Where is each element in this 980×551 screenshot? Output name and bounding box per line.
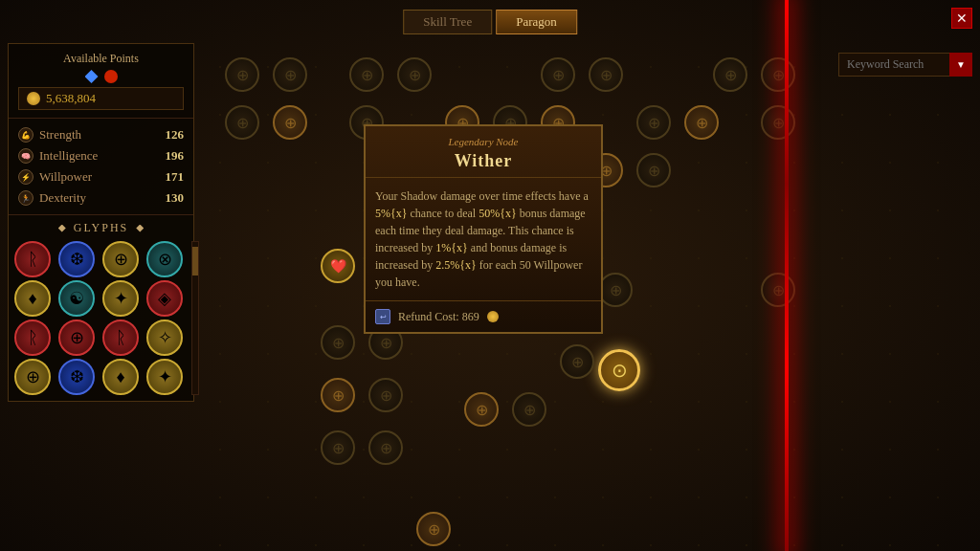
glyph-item[interactable]: ⊕ (58, 320, 95, 356)
paragon-node[interactable]: ⊕ (464, 392, 499, 427)
stat-label: Intelligence (39, 148, 98, 164)
paragon-node[interactable]: ⊕ (321, 378, 355, 412)
refund-gold-icon (487, 311, 499, 322)
tab-paragon[interactable]: Paragon (496, 10, 577, 34)
points-icons (18, 70, 184, 83)
tooltip-footer: ↩ Refund Cost: 869 (366, 300, 601, 332)
paragon-node[interactable]: ⊕ (598, 273, 633, 307)
paragon-node[interactable]: ⊕ (761, 105, 795, 140)
glyph-item[interactable]: ❆ (58, 241, 95, 277)
paragon-node[interactable]: ⊕ (273, 105, 307, 140)
paragon-node[interactable]: ⊕ (636, 153, 671, 187)
paragon-node[interactable]: ⊕ (321, 430, 355, 465)
stat-name: 💪 Strength (18, 127, 81, 143)
gold-value-row: 5,638,804 (18, 87, 184, 110)
glyphs-header: GLYPHS (14, 221, 188, 235)
blue-diamond-icon (85, 70, 99, 83)
glyphs-section: GLYPHS ᚱ❆⊕⊗♦☯✦◈ᚱ⊕ᚱ✧⊕❆♦✦ (9, 215, 193, 401)
paragon-node[interactable]: ⊕ (349, 57, 384, 92)
stat-value: 126 (166, 127, 185, 143)
stat-label: Willpower (39, 169, 92, 185)
glyphs-grid: ᚱ❆⊕⊗♦☯✦◈ᚱ⊕ᚱ✧⊕❆♦✦ (14, 241, 188, 395)
red-circle-icon (104, 70, 118, 83)
stat-name: 🧠 Intelligence (18, 148, 98, 164)
paragon-node[interactable]: ⊕ (368, 430, 403, 465)
paragon-node[interactable]: ⊕ (512, 392, 546, 427)
glyph-item[interactable]: ⊗ (146, 241, 183, 277)
paragon-node[interactable]: ⊕ (273, 57, 307, 92)
glyph-item[interactable]: ᚱ (102, 320, 139, 356)
stats-section: 💪 Strength 126 🧠 Intelligence 196 ⚡ Will… (9, 119, 193, 215)
available-points-label: Available Points (18, 52, 184, 66)
glyph-item[interactable]: ✦ (102, 280, 139, 317)
available-points-section: Available Points 5,638,804 (9, 44, 193, 119)
gold-amount: 5,638,804 (46, 91, 96, 106)
paragon-node[interactable]: ⊙ (598, 349, 640, 391)
paragon-node[interactable]: ⊕ (636, 105, 671, 140)
paragon-node[interactable]: ⊕ (560, 344, 594, 379)
stat-name: 🏃 Dexterity (18, 190, 86, 206)
refund-icon: ↩ (375, 309, 390, 324)
stat-row: 💪 Strength 126 (18, 124, 184, 145)
left-panel: Available Points 5,638,804 💪 Strength 12… (8, 43, 194, 402)
paragon-node[interactable]: ⊕ (321, 325, 355, 360)
stat-icon: 💪 (18, 127, 33, 143)
tooltip-body: Your Shadow damage over time effects hav… (366, 178, 601, 300)
diamond-decorator-right (136, 225, 144, 232)
stat-value: 196 (166, 148, 185, 164)
stat-label: Strength (39, 127, 81, 143)
scrollbar-thumb (192, 247, 198, 276)
stat-row: 🧠 Intelligence 196 (18, 145, 184, 166)
gold-coin-icon (27, 92, 40, 105)
paragon-node[interactable]: ⊕ (713, 57, 747, 92)
diamond-decorator-left (58, 225, 66, 232)
glyph-item[interactable]: ♦ (14, 280, 51, 317)
glyph-item[interactable]: ♦ (102, 359, 139, 395)
stat-value: 171 (166, 169, 185, 185)
paragon-node[interactable]: ⊕ (225, 105, 259, 140)
glyph-item[interactable]: ᚱ (14, 320, 51, 356)
tooltip-header: Legendary Node Wither (366, 126, 601, 178)
refund-text: Refund Cost: 869 (398, 310, 479, 324)
glyph-item[interactable]: ☯ (58, 280, 95, 317)
tooltip-type: Legendary Node (375, 136, 591, 147)
paragon-node[interactable]: ⊕ (684, 105, 719, 140)
glyph-item[interactable]: ◈ (146, 280, 183, 317)
paragon-node[interactable]: ⊕ (761, 57, 795, 92)
tooltip-name: Wither (375, 151, 591, 171)
paragon-node[interactable]: ⊕ (416, 512, 451, 546)
glyph-item[interactable]: ⊕ (102, 241, 139, 277)
stat-icon: 🧠 (18, 148, 33, 164)
glyph-item[interactable]: ✧ (146, 320, 183, 356)
tooltip-panel: Legendary Node Wither Your Shadow damage… (364, 124, 603, 334)
paragon-node[interactable]: ⊕ (589, 57, 623, 92)
stat-icon: 🏃 (18, 190, 33, 206)
search-bar: ▼ (838, 53, 972, 77)
paragon-node[interactable]: ⊕ (225, 57, 259, 92)
glyphs-scrollbar[interactable] (191, 241, 199, 395)
stat-name: ⚡ Willpower (18, 169, 92, 185)
paragon-node[interactable]: ⊕ (541, 57, 575, 92)
tab-skill-tree[interactable]: Skill Tree (403, 10, 492, 34)
glyph-item[interactable]: ⊕ (14, 359, 51, 395)
stat-row: 🏃 Dexterity 130 (18, 187, 184, 209)
stat-icon: ⚡ (18, 169, 33, 185)
red-vertical-line (785, 0, 789, 551)
close-button[interactable]: ✕ (951, 8, 972, 29)
glyph-item[interactable]: ❆ (58, 359, 95, 395)
glyph-item[interactable]: ᚱ (14, 241, 51, 277)
stat-value: 130 (166, 190, 185, 206)
search-filter-button[interactable]: ▼ (949, 53, 972, 77)
paragon-node[interactable]: ⊕ (761, 273, 795, 307)
paragon-node[interactable]: ⊕ (397, 57, 432, 92)
stat-label: Dexterity (39, 190, 86, 206)
glyph-item[interactable]: ✦ (146, 359, 183, 395)
paragon-node[interactable]: ⊕ (368, 378, 403, 412)
stat-row: ⚡ Willpower 171 (18, 166, 184, 187)
glyphs-label: GLYPHS (74, 221, 128, 235)
paragon-node[interactable]: ❤️ (321, 249, 355, 283)
tab-bar: Skill Tree Paragon (403, 10, 577, 34)
